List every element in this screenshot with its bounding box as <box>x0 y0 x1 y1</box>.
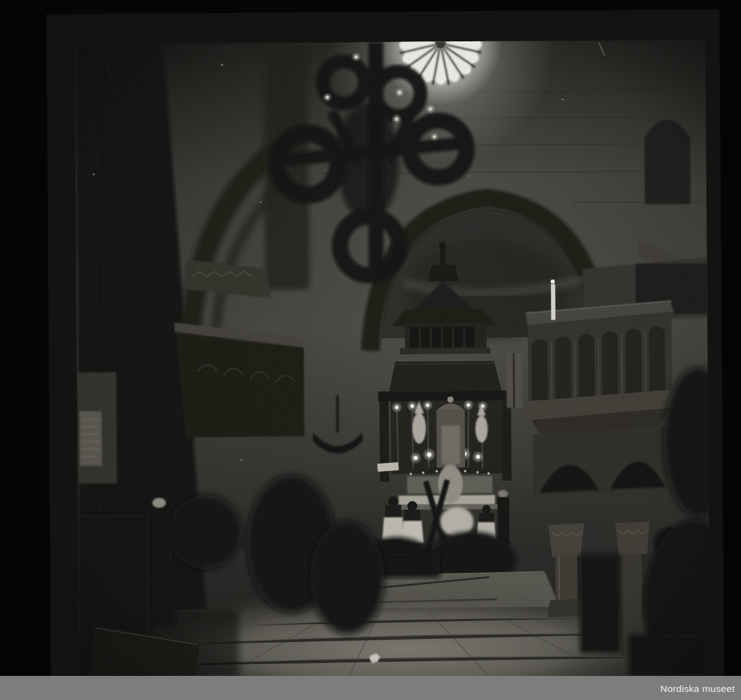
film-grain <box>74 40 710 680</box>
watermark-bar-background <box>0 676 741 700</box>
watermark-label: Nordiska museet <box>660 683 735 694</box>
scanned-photograph: Nordiska museet <box>0 0 741 700</box>
film-frame-group <box>46 0 741 700</box>
watermark-bar: Nordiska museet <box>0 676 741 700</box>
photo <box>73 0 741 700</box>
